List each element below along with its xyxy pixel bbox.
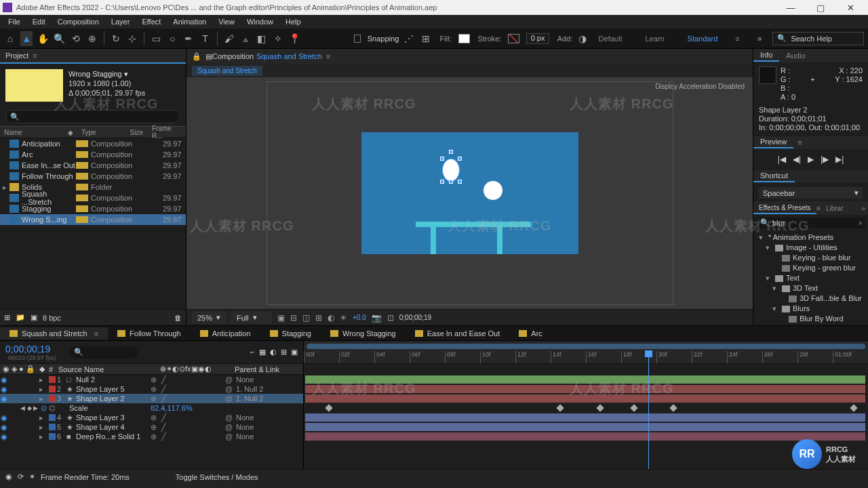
layer-bar[interactable] [305, 385, 865, 393]
zoom-tool-icon[interactable]: 🔍 [54, 31, 66, 46]
menu-edit[interactable]: Edit [27, 16, 51, 27]
visibility-toggle[interactable]: ◉ [0, 385, 8, 394]
label-swatch[interactable] [76, 140, 88, 147]
keyframe-track[interactable] [304, 403, 868, 413]
snap-opt-icon[interactable]: ⋰ [403, 31, 415, 46]
twirl-icon[interactable]: ▾ [772, 283, 779, 293]
camera-tool-icon[interactable]: ⊕ [86, 31, 98, 46]
shortcut-dropdown[interactable]: Spacebar▾ [759, 187, 863, 199]
overflow-icon[interactable]: » [757, 34, 762, 43]
puppet-tool-icon[interactable]: 📍 [288, 31, 300, 46]
layer-switches[interactable]: ⊕ ╱ [151, 423, 225, 432]
snapshot-icon[interactable]: 📷 [372, 313, 382, 323]
menu-file[interactable]: File [3, 16, 26, 27]
stopwatch-icon[interactable]: ⊙ [41, 404, 49, 413]
workspace-learn[interactable]: Learn [639, 33, 669, 44]
toggle-switches-button[interactable]: Toggle Switches / Modes [176, 473, 258, 481]
timeline-tab[interactable]: Arc [509, 327, 552, 340]
footer-timecode[interactable]: 0;00;00;19 [399, 314, 431, 321]
stroke-width-input[interactable]: 0 px [526, 33, 549, 44]
brush-tool-icon[interactable]: 🖌 [223, 31, 235, 46]
ellipse-tool-icon[interactable]: ○ [166, 31, 178, 46]
col-parent[interactable]: Parent & Link [235, 365, 289, 373]
bpc-button[interactable]: 8 bpc [43, 314, 61, 322]
project-item[interactable]: Wrong S...ingComposition29.97 [0, 214, 186, 225]
label-color[interactable] [49, 386, 56, 392]
col-framerate[interactable]: Frame R... [148, 125, 186, 140]
play-button[interactable]: ▶ [808, 155, 814, 164]
parent-dropdown[interactable]: 1. Null 2 [236, 385, 290, 393]
visibility-toggle[interactable]: ◉ [0, 375, 8, 384]
parent-pickwhip-icon[interactable]: @ [225, 423, 236, 431]
shy-icon[interactable]: ⌐ [251, 348, 255, 357]
layer-switches[interactable]: ⊕ ╱ [151, 375, 225, 384]
twirl-icon[interactable]: ▾ [766, 243, 772, 253]
layer-switches[interactable]: ⊕ ╱ [151, 432, 225, 441]
track-row[interactable] [304, 432, 868, 441]
stroke-swatch[interactable] [508, 34, 519, 43]
anchor-tool-icon[interactable]: ⊹ [126, 31, 138, 46]
mask-icon[interactable]: ◫ [302, 313, 310, 323]
track-row[interactable] [304, 375, 868, 384]
last-frame-button[interactable]: ▶| [835, 155, 844, 164]
project-item[interactable]: Squash ...StretchComposition29.97 [0, 192, 186, 203]
exposure-value[interactable]: +0.0 [353, 314, 366, 321]
project-search-input[interactable]: 🔍 [5, 110, 180, 123]
shape-table-leg[interactable] [431, 227, 436, 254]
effects-tree-item[interactable]: ▾Blurs [756, 304, 865, 314]
composition-tab[interactable]: 🔒 ▤ Composition Squash and Stretch ≡ [186, 49, 753, 64]
property-value[interactable]: 82.4,117.6% [151, 404, 193, 412]
transform-handle[interactable] [449, 180, 453, 184]
timeline-tab[interactable]: Ease In and Ease Out [406, 327, 510, 340]
layer-bar[interactable] [305, 423, 865, 431]
project-item[interactable]: Follow ThroughComposition29.97 [0, 171, 186, 182]
project-item[interactable]: ArcComposition29.97 [0, 149, 186, 160]
close-button[interactable]: ✕ [835, 0, 865, 15]
menu-composition[interactable]: Composition [52, 16, 104, 27]
parent-pickwhip-icon[interactable]: @ [225, 375, 236, 384]
layer-name[interactable]: Shape Layer 2 [76, 394, 151, 403]
twirl-icon[interactable]: ▸ [39, 385, 47, 394]
twirl-icon[interactable]: ▸ [39, 375, 47, 384]
layer-name[interactable]: Shape Layer 4 [76, 423, 151, 431]
layer-name[interactable]: Deep Ro...e Solid 1 [76, 432, 151, 441]
transform-handle[interactable] [440, 180, 444, 184]
timeline-tab[interactable]: Anticipation [191, 327, 260, 340]
label-swatch[interactable] [76, 162, 88, 169]
timeline-search-input[interactable]: 🔍 [70, 346, 138, 359]
tab-libraries[interactable]: Librar [821, 203, 849, 214]
label-swatch[interactable] [76, 184, 88, 190]
timeline-layer-row[interactable]: ◉▸5★Shape Layer 4⊕ ╱ @None [0, 422, 303, 432]
project-item[interactable]: Ease In...se OutComposition29.97 [0, 160, 186, 171]
effects-tree-item[interactable]: Blur By Word [756, 314, 865, 324]
snap-grid-icon[interactable]: ⊞ [419, 31, 431, 46]
parent-pickwhip-icon[interactable]: @ [225, 432, 236, 441]
menu-effect[interactable]: Effect [136, 16, 166, 27]
label-swatch[interactable] [76, 151, 88, 158]
timeline-tab[interactable]: Follow Through [108, 327, 191, 340]
label-swatch[interactable] [76, 195, 88, 201]
zoom-dropdown[interactable]: 25%▾ [192, 312, 226, 323]
layer-bar[interactable] [305, 375, 865, 384]
col-tag-icon[interactable]: ◆ [64, 129, 77, 136]
timeline-tab[interactable]: Squash and Stretch≡ [0, 327, 108, 340]
keyframe[interactable] [557, 404, 564, 411]
tab-effects-presets[interactable]: Effects & Presets [753, 203, 816, 214]
shape-ellipse-selected[interactable] [443, 159, 459, 181]
timeline-layer-row[interactable]: ◉▸2★Shape Layer 5⊕ ╱ @1. Null 2 [0, 384, 303, 394]
col-source-name[interactable]: Source Name [58, 365, 160, 373]
breadcrumb-item[interactable]: Squash and Stretch [192, 66, 262, 76]
layer-name[interactable]: Null 2 [76, 375, 151, 384]
timeline-layer-row[interactable]: ◉▸1□Null 2⊕ ╱ @None [0, 375, 303, 384]
shape-table-leg[interactable] [497, 227, 502, 254]
workspace-menu-icon[interactable]: ≡ [735, 35, 739, 43]
lock-icon[interactable]: 🔒 [192, 52, 201, 61]
roto-tool-icon[interactable]: ✧ [272, 31, 284, 46]
parent-dropdown[interactable]: None [236, 375, 290, 384]
minimize-button[interactable]: — [776, 0, 806, 15]
snapping-checkbox[interactable] [354, 35, 361, 43]
keyframe[interactable] [630, 404, 637, 411]
keyframe[interactable] [326, 404, 333, 411]
workspace-default[interactable]: Default [593, 33, 628, 44]
label-swatch[interactable] [76, 173, 88, 180]
